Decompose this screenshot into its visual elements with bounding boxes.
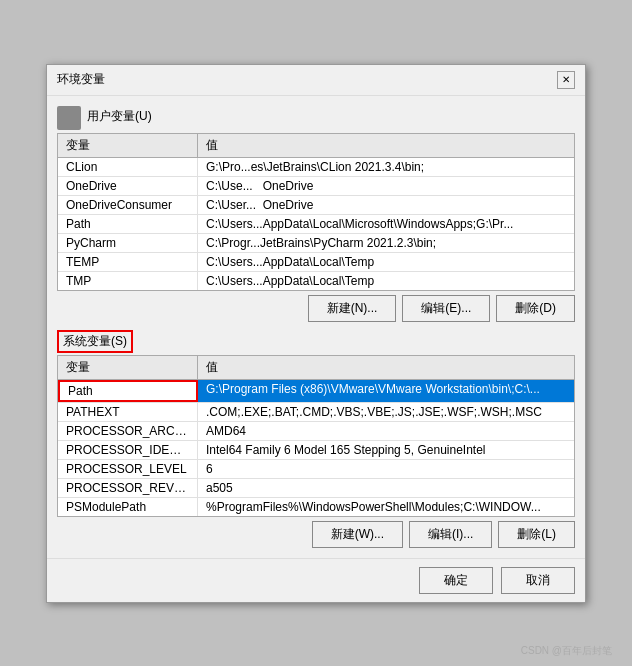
var-name: TMP: [58, 272, 198, 290]
var-name: OneDrive: [58, 177, 198, 195]
user-section-header: 用户变量(U): [57, 106, 575, 130]
environment-variables-dialog: 环境变量 ✕ 用户变量(U) 变量 值 CLion G:\Pro...es\Je…: [46, 64, 586, 603]
var-value: .COM;.EXE;.BAT;.CMD;.VBS;.VBE;.JS;.JSE;.…: [198, 403, 574, 421]
ok-button[interactable]: 确定: [419, 567, 493, 594]
cancel-button[interactable]: 取消: [501, 567, 575, 594]
user-new-button[interactable]: 新建(N)...: [308, 295, 397, 322]
table-row[interactable]: Path G:\Program Files (x86)\VMware\VMwar…: [58, 380, 574, 403]
table-row[interactable]: CLion G:\Pro...es\JetBrains\CLion 2021.3…: [58, 158, 574, 177]
table-row[interactable]: TMP C:\Users...AppData\Local\Temp: [58, 272, 574, 290]
system-table-header: 变量 值: [58, 356, 574, 380]
var-value: C:\Users...AppData\Local\Microsoft\Windo…: [198, 215, 574, 233]
system-variables-table: 变量 值 Path G:\Program Files (x86)\VMware\…: [57, 355, 575, 517]
user-section-label: 用户变量(U): [87, 108, 152, 125]
var-value: G:\Pro...es\JetBrains\CLion 2021.3.4\bin…: [198, 158, 574, 176]
var-name: PSModulePath: [58, 498, 198, 516]
user-table-header: 变量 值: [58, 134, 574, 158]
user-section: 用户变量(U) 变量 值 CLion G:\Pro...es\JetBrains…: [57, 106, 575, 322]
var-value: 6: [198, 460, 574, 478]
sys-delete-button[interactable]: 删除(L): [498, 521, 575, 548]
system-section-label: 系统变量(S): [57, 330, 133, 353]
user-buttons-row: 新建(N)... 编辑(E)... 删除(D): [57, 295, 575, 322]
var-name: Path: [58, 215, 198, 233]
table-row[interactable]: PROCESSOR_REVISION a505: [58, 479, 574, 498]
var-name: PATHEXT: [58, 403, 198, 421]
dialog-title: 环境变量: [57, 71, 105, 88]
sys-new-button[interactable]: 新建(W)...: [312, 521, 403, 548]
var-value: a505: [198, 479, 574, 497]
sys-var-header: 变量: [58, 356, 198, 379]
var-name: PROCESSOR_ARCHITECT...: [58, 422, 198, 440]
var-name: PyCharm: [58, 234, 198, 252]
table-row[interactable]: OneDrive C:\Use... OneDrive: [58, 177, 574, 196]
var-name: CLion: [58, 158, 198, 176]
user-delete-button[interactable]: 删除(D): [496, 295, 575, 322]
close-button[interactable]: ✕: [557, 71, 575, 89]
user-variables-table: 变量 值 CLion G:\Pro...es\JetBrains\CLion 2…: [57, 133, 575, 291]
var-value: Intel64 Family 6 Model 165 Stepping 5, G…: [198, 441, 574, 459]
table-row[interactable]: PROCESSOR_LEVEL 6: [58, 460, 574, 479]
var-name: PROCESSOR_LEVEL: [58, 460, 198, 478]
var-name: Path: [58, 380, 198, 402]
var-value: C:\Users...AppData\Local\Temp: [198, 272, 574, 290]
var-value: C:\User... OneDrive: [198, 196, 574, 214]
user-var-header: 变量: [58, 134, 198, 157]
table-row[interactable]: PROCESSOR_ARCHITECT... AMD64: [58, 422, 574, 441]
sys-val-header: 值: [198, 356, 574, 379]
user-avatar: [57, 106, 81, 130]
table-row[interactable]: PyCharm C:\Progr...JetBrains\PyCharm 202…: [58, 234, 574, 253]
table-row[interactable]: TEMP C:\Users...AppData\Local\Temp: [58, 253, 574, 272]
system-section-label-wrapper: 系统变量(S): [57, 330, 575, 355]
var-value: G:\Program Files (x86)\VMware\VMware Wor…: [198, 380, 574, 402]
var-value: C:\Use... OneDrive: [198, 177, 574, 195]
var-value: AMD64: [198, 422, 574, 440]
dialog-body: 用户变量(U) 变量 值 CLion G:\Pro...es\JetBrains…: [47, 96, 585, 558]
user-edit-button[interactable]: 编辑(E)...: [402, 295, 490, 322]
var-value: C:\Progr...JetBrains\PyCharm 2021.2.3\bi…: [198, 234, 574, 252]
title-bar: 环境变量 ✕: [47, 65, 585, 96]
table-row[interactable]: OneDriveConsumer C:\User... OneDrive: [58, 196, 574, 215]
watermark: CSDN @百年后封笔: [521, 644, 612, 658]
var-name: TEMP: [58, 253, 198, 271]
system-buttons-row: 新建(W)... 编辑(I)... 删除(L): [57, 521, 575, 548]
sys-edit-button[interactable]: 编辑(I)...: [409, 521, 492, 548]
var-value: %ProgramFiles%\WindowsPowerShell\Modules…: [198, 498, 574, 516]
var-name: OneDriveConsumer: [58, 196, 198, 214]
table-row[interactable]: PSModulePath %ProgramFiles%\WindowsPower…: [58, 498, 574, 516]
user-val-header: 值: [198, 134, 574, 157]
table-row[interactable]: Path C:\Users...AppData\Local\Microsoft\…: [58, 215, 574, 234]
system-section: 系统变量(S) 变量 值 Path G:\Program Files (x86)…: [57, 330, 575, 548]
var-name: PROCESSOR_REVISION: [58, 479, 198, 497]
var-value: C:\Users...AppData\Local\Temp: [198, 253, 574, 271]
table-row[interactable]: PROCESSOR_IDENTIFIER Intel64 Family 6 Mo…: [58, 441, 574, 460]
table-row[interactable]: PATHEXT .COM;.EXE;.BAT;.CMD;.VBS;.VBE;.J…: [58, 403, 574, 422]
var-name: PROCESSOR_IDENTIFIER: [58, 441, 198, 459]
footer-buttons: 确定 取消: [47, 558, 585, 602]
